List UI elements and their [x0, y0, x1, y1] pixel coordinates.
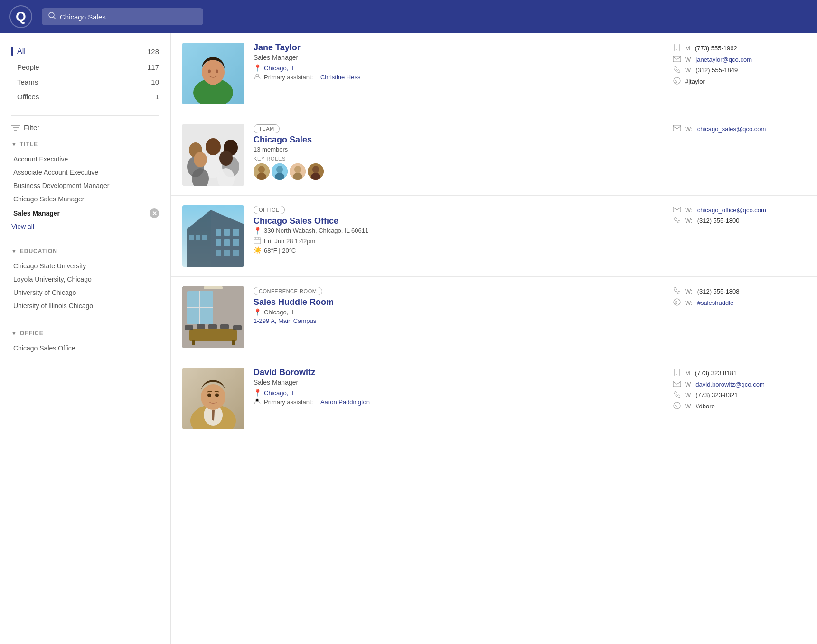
person-name[interactable]: David Borowitz	[254, 368, 663, 378]
skype-icon: S	[673, 298, 681, 307]
filter-edu-univ-chicago[interactable]: University of Chicago	[11, 286, 159, 299]
svg-rect-46	[224, 229, 230, 236]
assistant-link[interactable]: Christine Hess	[320, 74, 361, 81]
main-content: All 128 People 117 Teams 10 Offices 1	[0, 33, 817, 644]
svg-point-36	[294, 166, 301, 173]
contact-value: (773) 323 8181	[695, 369, 737, 377]
result-card-chicago-office: OFFICE Chicago Sales Office 📍 330 North …	[171, 196, 817, 277]
contact-row: M (773) 323 8181	[673, 369, 806, 378]
divider-2	[11, 240, 159, 240]
contact-row: W david.borowitz@qco.com	[673, 380, 806, 388]
sidebar: All 128 People 117 Teams 10 Offices 1	[0, 33, 171, 644]
search-bar[interactable]	[42, 8, 203, 25]
contact-value: (773) 555-1962	[695, 45, 737, 52]
svg-rect-89	[673, 381, 681, 387]
chevron-down-icon-2: ▼	[11, 248, 17, 254]
contact-label: M	[685, 369, 690, 377]
filter-title-account-executive[interactable]: Account Executive	[11, 152, 159, 166]
person-title: Sales Manager	[254, 54, 663, 61]
contact-email-link[interactable]: janetaylor@qco.com	[695, 56, 752, 63]
svg-text:S: S	[675, 79, 678, 84]
svg-point-84	[207, 394, 211, 397]
svg-rect-68	[192, 340, 195, 345]
office-section-header[interactable]: ▼ OFFICE	[11, 330, 159, 337]
result-card-huddle-room: CONFERENCE ROOM Sales Huddle Room 📍 Chic…	[171, 277, 817, 358]
person-name[interactable]: Jane Taylor	[254, 43, 663, 53]
card-info-david-borowitz: David Borowitz Sales Manager 📍 Chicago, …	[254, 368, 663, 406]
contact-row: W: (312) 555-1800	[673, 217, 806, 225]
room-name[interactable]: Sales Huddle Room	[254, 297, 663, 307]
results-list: Jane Taylor Sales Manager 📍 Chicago, IL …	[171, 33, 817, 644]
svg-point-27	[219, 151, 233, 166]
svg-point-33	[276, 166, 283, 173]
remove-filter-button[interactable]: ✕	[150, 208, 159, 218]
result-card-david-borowitz: David Borowitz Sales Manager 📍 Chicago, …	[171, 358, 817, 439]
filter-edu-univ-illinois[interactable]: Uniersity of Illinois Chicago	[11, 299, 159, 313]
contact-label: W	[685, 66, 691, 74]
office-section: ▼ OFFICE Chicago Sales Office	[11, 330, 159, 355]
person-icon	[254, 398, 261, 406]
contact-label: W	[685, 403, 691, 410]
filter-title-chicago-sales-manager[interactable]: Chicago Sales Manager	[11, 192, 159, 206]
filter-button[interactable]: Filter	[11, 123, 159, 132]
svg-point-39	[312, 166, 319, 173]
office-name[interactable]: Chicago Sales Office	[254, 216, 663, 226]
education-section-header[interactable]: ▼ EDUCATION	[11, 248, 159, 255]
card-contacts-david-borowitz: M (773) 323 8181 W david.borowitz@qco.co…	[673, 368, 806, 411]
search-input[interactable]	[60, 13, 197, 21]
filter-edu-chicago-state[interactable]: Chicago State University	[11, 259, 159, 273]
contact-value: (312) 555-1849	[695, 66, 738, 74]
active-indicator	[11, 47, 13, 56]
contact-value: (312) 555-1800	[697, 217, 740, 224]
card-info-jane-taylor: Jane Taylor Sales Manager 📍 Chicago, IL …	[254, 43, 663, 81]
title-section: ▼ TITLE Account Executive Associate Acco…	[11, 141, 159, 230]
filter-title-assoc-account-exec[interactable]: Associate Account Executive	[11, 166, 159, 179]
sidebar-item-all[interactable]: All 128	[11, 43, 159, 60]
room-number-link[interactable]: 1-299 A, Main Campus	[254, 317, 316, 324]
photo-chicago-office	[182, 205, 244, 267]
avatar-4[interactable]	[308, 163, 324, 180]
filter-title-biz-dev-manager[interactable]: Business Development Manager	[11, 179, 159, 192]
title-section-header[interactable]: ▼ TITLE	[11, 141, 159, 148]
email-icon	[673, 380, 681, 388]
filter-office-chicago[interactable]: Chicago Sales Office	[11, 341, 159, 355]
avatar-2[interactable]	[272, 163, 288, 180]
card-contacts-huddle-room: W: (312) 555-1808 S W: #saleshuddle	[673, 286, 806, 307]
app-header: Q	[0, 0, 817, 33]
contact-row: S #jtaylor	[673, 77, 806, 86]
location-link[interactable]: Chicago, IL	[264, 65, 295, 72]
sidebar-item-offices[interactable]: Offices 1	[11, 89, 159, 104]
photo-david-borowitz	[182, 368, 244, 429]
assistant-link[interactable]: Aaron Paddington	[320, 398, 370, 406]
location-icon: 📍	[254, 227, 261, 235]
location-icon: 📍	[254, 64, 261, 72]
svg-text:S: S	[675, 300, 678, 305]
all-label: All	[17, 47, 26, 56]
contact-email-link[interactable]: david.borowitz@qco.com	[695, 381, 764, 388]
team-name[interactable]: Chicago Sales	[254, 135, 663, 145]
contact-email-link[interactable]: chicago_office@qco.com	[697, 207, 766, 214]
location-link[interactable]: Chicago, IL	[264, 389, 295, 397]
assistant-label: Primary assistant:	[264, 74, 313, 81]
members-count: 13 members	[254, 146, 663, 153]
card-info-chicago-office: OFFICE Chicago Sales Office 📍 330 North …	[254, 205, 663, 254]
filter-title-sales-manager[interactable]: Sales Manager ✕	[11, 206, 159, 221]
svg-rect-70	[185, 325, 193, 330]
contact-label: W:	[685, 299, 693, 306]
datetime-text: Fri, Jun 28 1:42pm	[264, 237, 315, 245]
weather-text: 68°F | 20°C	[264, 247, 296, 254]
view-all-titles[interactable]: View all	[11, 223, 159, 230]
svg-rect-67	[189, 329, 237, 341]
svg-rect-74	[233, 325, 242, 330]
contact-value: #dboro	[695, 403, 714, 410]
contact-email-link[interactable]: chicago_sales@qco.com	[697, 125, 766, 133]
email-icon	[673, 56, 681, 63]
filter-edu-loyola[interactable]: Loyola University, Chicago	[11, 273, 159, 286]
avatar-1[interactable]	[254, 163, 270, 180]
assistant-row: Primary assistant: Aaron Paddington	[254, 398, 663, 406]
avatars-row	[254, 163, 663, 180]
contact-skype-link[interactable]: #saleshuddle	[697, 299, 734, 306]
sidebar-item-people[interactable]: People 117	[11, 60, 159, 75]
sidebar-item-teams[interactable]: Teams 10	[11, 75, 159, 89]
avatar-3[interactable]	[290, 163, 306, 180]
